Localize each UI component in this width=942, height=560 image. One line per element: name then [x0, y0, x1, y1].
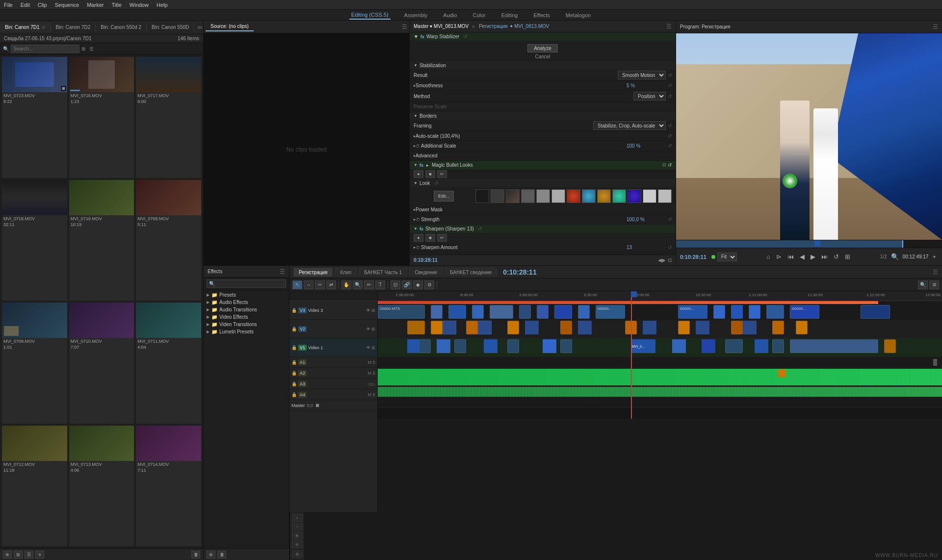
- effects-panel-menu[interactable]: ☰: [280, 268, 285, 275]
- tree-item-lumetri[interactable]: ▶ 📁 Lumetri Presets: [204, 328, 289, 335]
- clip-v2-2[interactable]: [431, 321, 443, 334]
- clip-v3-4[interactable]: [472, 305, 484, 319]
- sharpen-tool-circle[interactable]: ●: [414, 234, 423, 242]
- tab-source[interactable]: Source: (no clips): [206, 22, 254, 31]
- clip-v1-13[interactable]: [772, 339, 784, 353]
- clip-v1-3[interactable]: [437, 339, 450, 353]
- look-tool-circle[interactable]: ●: [414, 170, 423, 178]
- clip-v3-8[interactable]: [554, 305, 572, 319]
- clip-v2-6[interactable]: [507, 321, 519, 334]
- bin-metadata-view-btn[interactable]: ≡: [35, 551, 44, 559]
- v2-eye-icon[interactable]: 👁: [366, 327, 370, 331]
- list-item[interactable]: ⊞ MVI_0723.MOV 9:22: [2, 57, 67, 178]
- clip-v2-17[interactable]: [796, 321, 808, 334]
- list-item[interactable]: MVI_0768.MOV 5:11: [136, 180, 201, 301]
- method-select[interactable]: Position: [633, 92, 666, 101]
- clip-v1-mvi[interactable]: MVI_0...: [631, 339, 655, 353]
- step-back-btn[interactable]: ⏮: [785, 252, 796, 261]
- clip-v3-13[interactable]: [731, 305, 743, 319]
- swatch-11[interactable]: [628, 189, 641, 203]
- effects-search-input[interactable]: [207, 280, 286, 288]
- tab-editing-css5[interactable]: Editing (CSS.5): [349, 11, 391, 20]
- framing-reset[interactable]: ↺: [668, 123, 672, 128]
- bin-new-folder-btn[interactable]: ⊕: [3, 551, 12, 559]
- clip-v3-11[interactable]: 00000...: [678, 305, 707, 319]
- menu-marker[interactable]: Marker: [87, 2, 104, 8]
- clip-v1-7[interactable]: [543, 339, 556, 353]
- tl-right-minus[interactable]: −: [292, 523, 303, 531]
- tl-right-add-track[interactable]: +: [292, 514, 303, 522]
- additional-scale-value[interactable]: 100 %: [627, 143, 666, 149]
- bin-tab-7d1[interactable]: Bin: Canon 7D1 ✕: [0, 23, 51, 32]
- swatch-2[interactable]: [491, 189, 504, 203]
- result-reset[interactable]: ↺: [668, 73, 672, 78]
- swatch-3[interactable]: [506, 189, 520, 203]
- step-fwd-btn[interactable]: ⏭: [819, 252, 830, 261]
- tl-effects-btn[interactable]: ⚙: [424, 280, 434, 289]
- a1-lock-icon[interactable]: 🔒: [291, 360, 297, 365]
- tree-item-audio-transitions[interactable]: ▶ 📁 Audio Transitions: [204, 306, 289, 313]
- bin-search-input[interactable]: [11, 45, 79, 53]
- program-scrubber[interactable]: [676, 240, 942, 248]
- tl-tool-razor[interactable]: ✂: [315, 280, 325, 289]
- tl-right-zoom-in[interactable]: ⊕: [292, 532, 303, 539]
- swatch-9[interactable]: [597, 189, 611, 203]
- tl-settings-btn[interactable]: ⚙: [929, 280, 939, 289]
- clip-v1-5[interactable]: [484, 339, 497, 353]
- swatch-7[interactable]: [567, 189, 580, 203]
- list-item[interactable]: MVI_0718.MOV 32:11: [2, 180, 67, 301]
- waveform-a2[interactable]: [378, 369, 942, 385]
- clip-v3-12[interactable]: [713, 305, 725, 319]
- clip-v2-13[interactable]: [696, 321, 709, 334]
- tab-audio[interactable]: Audio: [441, 11, 459, 19]
- smoothness-value[interactable]: 5 %: [627, 83, 666, 88]
- safe-margins-btn[interactable]: ⊞: [843, 252, 852, 261]
- tl-tool-pen[interactable]: ✏: [364, 280, 374, 289]
- tl-tool-select[interactable]: ↖: [292, 280, 302, 289]
- tl-tool-text[interactable]: T: [375, 280, 385, 289]
- mark-out-btn[interactable]: ⊳: [774, 252, 784, 261]
- look-tool-pencil[interactable]: ✏: [437, 170, 447, 178]
- bin-tab-550d[interactable]: Bin: Canon 550D: [147, 23, 194, 32]
- warp-reset-btn[interactable]: ↺: [463, 34, 467, 39]
- v2-lock-icon[interactable]: 🔒: [291, 327, 297, 331]
- clip-v2-10[interactable]: [625, 321, 637, 334]
- tl-tool-zoom[interactable]: 🔍: [353, 280, 363, 289]
- tree-item-video-effects[interactable]: ▶ 📁 Video Effects: [204, 313, 289, 321]
- clip-v2-5[interactable]: [478, 321, 492, 334]
- bin-tab-7d1-close[interactable]: ✕: [42, 25, 46, 30]
- clip-v2-14[interactable]: [731, 321, 743, 334]
- effect-seq-name[interactable]: Регистрация ✦ MVI_0813.MOV: [479, 24, 549, 29]
- clip-v1-6[interactable]: [507, 339, 519, 353]
- list-item[interactable]: MVI_0716.MOV 1:23: [69, 57, 134, 178]
- clip-v3-16[interactable]: 00000...: [790, 305, 819, 319]
- a2-m-icon[interactable]: M: [367, 371, 371, 376]
- sharpen-amount-value[interactable]: 13: [627, 245, 666, 250]
- effect-controls-menu[interactable]: ☰: [666, 23, 672, 30]
- a1-m-icon[interactable]: M: [367, 360, 371, 365]
- warp-stabilizer-header[interactable]: ▼ fx Warp Stabilizer ↺: [410, 32, 676, 41]
- sharpen-tool-square[interactable]: ■: [425, 234, 435, 242]
- a1-s-icon[interactable]: S: [372, 360, 375, 365]
- mb-reset-btn[interactable]: ↺: [668, 162, 672, 168]
- clip-v3-6[interactable]: [519, 305, 531, 319]
- menu-window[interactable]: Window: [130, 2, 149, 8]
- v1-lock-icon[interactable]: 🔒: [291, 345, 297, 350]
- framing-select[interactable]: Stabilize, Crop, Auto-scale: [593, 121, 666, 130]
- clip-v3-15[interactable]: [766, 305, 784, 319]
- effects-delete-btn[interactable]: 🗑: [217, 551, 226, 559]
- clip-v2-9[interactable]: [578, 321, 592, 334]
- a4-s-icon[interactable]: S: [372, 392, 375, 397]
- clip-v2-15[interactable]: [743, 321, 757, 334]
- sharpen-reset[interactable]: ↺: [478, 226, 482, 231]
- v2-mute-icon[interactable]: ⊞: [371, 327, 375, 331]
- tl-tab-klip[interactable]: Клип: [335, 268, 357, 277]
- look-section-header[interactable]: ▼ Look ↺: [410, 179, 676, 187]
- master-stop-icon[interactable]: ⏹: [315, 403, 320, 408]
- cancel-button[interactable]: Cancel: [535, 54, 550, 59]
- menu-edit[interactable]: Edit: [21, 2, 30, 8]
- clip-v3-2[interactable]: [431, 305, 443, 319]
- waveform-a3[interactable]: [378, 387, 942, 397]
- swatch-4[interactable]: [521, 189, 535, 203]
- tl-snap-btn[interactable]: ⊡: [391, 280, 400, 289]
